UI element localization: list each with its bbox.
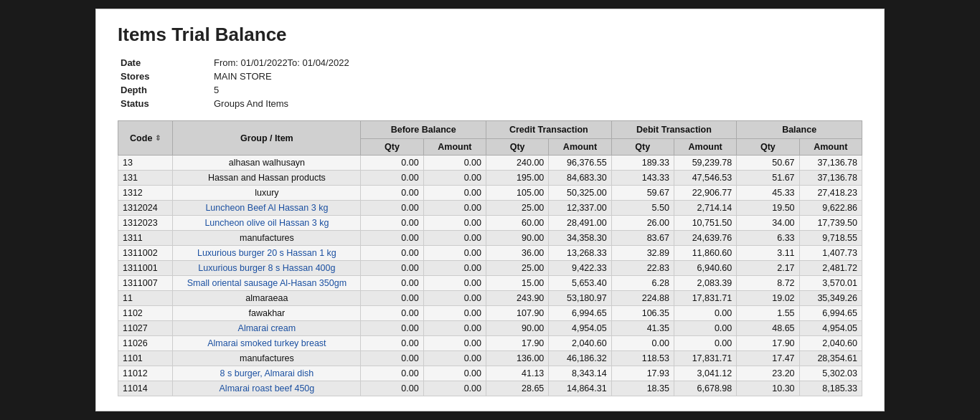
item-label: fawakhar — [249, 308, 286, 318]
dt-qty: 59.67 — [611, 186, 674, 201]
row-item[interactable]: Almarai cream — [173, 321, 361, 336]
item-label: alhasan walhusayn — [229, 158, 305, 168]
bb-qty: 0.00 — [361, 381, 423, 396]
table-row: 11027 Almarai cream 0.00 0.00 90.00 4,95… — [118, 321, 862, 336]
item-link[interactable]: Luncheon Beef Al Hassan 3 kg — [205, 203, 328, 213]
row-item[interactable]: Almarai roast beef 450g — [173, 381, 361, 396]
ct-qty: 17.90 — [486, 336, 549, 351]
bal-qty: 17.90 — [737, 336, 799, 351]
group-item-header: Group / Item — [173, 121, 361, 156]
bal-qty: 19.02 — [737, 291, 799, 306]
table-row: 1101 manufactures 0.00 0.00 136.00 46,18… — [118, 351, 862, 366]
dt-amt: 59,239.78 — [674, 156, 736, 171]
bb-amt: 0.00 — [423, 321, 486, 336]
bb-qty: 0.00 — [361, 201, 423, 216]
item-link[interactable]: Almarai roast beef 450g — [220, 383, 315, 393]
bb-qty: 0.00 — [361, 306, 423, 321]
item-link[interactable]: Small oriental sausage Al-Hasan 350gm — [187, 278, 347, 288]
item-link[interactable]: Luncheon olive oil Hassan 3 kg — [204, 218, 329, 228]
dt-amt: 0.00 — [674, 321, 736, 336]
item-link[interactable]: Luxurious burger 20 s Hassan 1 kg — [197, 248, 336, 258]
bb-amt: 0.00 — [423, 186, 486, 201]
bb-amt: 0.00 — [423, 336, 486, 351]
row-item: Hassan and Hassan products — [173, 171, 361, 186]
ct-amt: 96,376.55 — [549, 156, 611, 171]
bb-amt: 0.00 — [423, 276, 486, 291]
row-code: 1311 — [118, 231, 173, 246]
report-container: Items Trial Balance Date From: 01/01/202… — [95, 9, 885, 411]
ct-amt: 2,040.60 — [549, 336, 611, 351]
bal-amt: 37,136.78 — [799, 156, 862, 171]
row-item: manufactures — [173, 231, 361, 246]
item-label: manufactures — [240, 353, 294, 363]
row-item: manufactures — [173, 351, 361, 366]
dt-qty: 26.00 — [611, 216, 674, 231]
row-item[interactable]: Almarai smoked turkey breast — [173, 336, 361, 351]
row-item[interactable]: Small oriental sausage Al-Hasan 350gm — [173, 276, 361, 291]
row-code: 1311007 — [118, 276, 173, 291]
code-header[interactable]: Code ⇕ — [118, 121, 173, 156]
bal-amt: 1,407.73 — [799, 246, 862, 261]
table-row: 1312 luxury 0.00 0.00 105.00 50,325.00 5… — [118, 186, 862, 201]
meta-table: Date From: 01/01/2022To: 01/04/2022 Stor… — [118, 56, 862, 110]
dt-amt: 6,940.60 — [674, 261, 736, 276]
row-code: 1312024 — [118, 201, 173, 216]
bal-qty: 1.55 — [737, 306, 799, 321]
ct-amt: 28,491.00 — [549, 216, 611, 231]
row-item[interactable]: 8 s burger, Almarai dish — [173, 366, 361, 381]
bal-qty-header: Qty — [737, 139, 799, 156]
row-item[interactable]: Luxurious burger 20 s Hassan 1 kg — [173, 246, 361, 261]
ct-amt: 9,422.33 — [549, 261, 611, 276]
dt-amt-header: Amount — [674, 139, 736, 156]
bb-amt: 0.00 — [423, 291, 486, 306]
row-item[interactable]: Luncheon olive oil Hassan 3 kg — [173, 216, 361, 231]
row-code: 11014 — [118, 381, 173, 396]
dt-amt: 17,831.71 — [674, 291, 736, 306]
ct-qty: 28.65 — [486, 381, 549, 396]
ct-qty: 107.90 — [486, 306, 549, 321]
bal-amt: 28,354.61 — [799, 351, 862, 366]
debit-transaction-header: Debit Transaction — [611, 121, 737, 139]
row-code: 11026 — [118, 336, 173, 351]
ct-amt: 50,325.00 — [549, 186, 611, 201]
item-label: luxury — [255, 188, 278, 198]
bal-amt: 9,718.55 — [799, 231, 862, 246]
dt-qty: 5.50 — [611, 201, 674, 216]
item-link[interactable]: Almarai smoked turkey breast — [207, 338, 326, 348]
bal-qty: 2.17 — [737, 261, 799, 276]
bb-amt: 0.00 — [423, 381, 486, 396]
dt-amt: 2,714.14 — [674, 201, 736, 216]
ct-qty: 15.00 — [486, 276, 549, 291]
item-link[interactable]: Almarai cream — [238, 323, 296, 333]
date-label: Date — [118, 56, 211, 70]
bal-qty: 45.33 — [737, 186, 799, 201]
bb-amt: 0.00 — [423, 231, 486, 246]
report-title: Items Trial Balance — [118, 24, 862, 46]
bb-amt: 0.00 — [423, 306, 486, 321]
item-link[interactable]: 8 s burger, Almarai dish — [220, 368, 314, 378]
bb-qty: 0.00 — [361, 291, 423, 306]
table-row: 1102 fawakhar 0.00 0.00 107.90 6,994.65 … — [118, 306, 862, 321]
bal-amt: 4,954.05 — [799, 321, 862, 336]
dt-amt: 22,906.77 — [674, 186, 736, 201]
ct-qty: 195.00 — [486, 171, 549, 186]
ct-qty: 36.00 — [486, 246, 549, 261]
table-row: 11012 8 s burger, Almarai dish 0.00 0.00… — [118, 366, 862, 381]
bb-qty: 0.00 — [361, 231, 423, 246]
row-code: 11 — [118, 291, 173, 306]
item-link[interactable]: Luxurious burger 8 s Hassan 400g — [198, 263, 335, 273]
dt-qty: 22.83 — [611, 261, 674, 276]
bb-amt: 0.00 — [423, 216, 486, 231]
row-item[interactable]: Luxurious burger 8 s Hassan 400g — [173, 261, 361, 276]
row-code: 11012 — [118, 366, 173, 381]
row-item: fawakhar — [173, 306, 361, 321]
status-value: Groups And Items — [211, 97, 862, 110]
bal-amt: 2,481.72 — [799, 261, 862, 276]
table-row: 1311001 Luxurious burger 8 s Hassan 400g… — [118, 261, 862, 276]
bal-amt: 27,418.23 — [799, 186, 862, 201]
bb-amt: 0.00 — [423, 366, 486, 381]
row-item[interactable]: Luncheon Beef Al Hassan 3 kg — [173, 201, 361, 216]
row-code: 1312023 — [118, 216, 173, 231]
ct-amt: 5,653.40 — [549, 276, 611, 291]
dt-amt: 17,831.71 — [674, 351, 736, 366]
